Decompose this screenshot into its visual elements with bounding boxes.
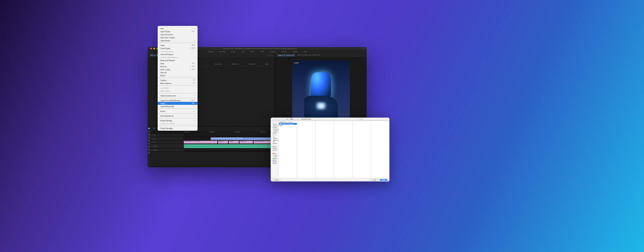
track-toggle[interactable] [152, 135, 153, 136]
import-button[interactable]: Import [380, 179, 387, 181]
ws-tab-none[interactable]: None [304, 51, 307, 52]
ws-tab-effects[interactable]: Effects [251, 51, 255, 52]
menu-item-get-properties-for[interactable]: Get Properties for▸ [158, 114, 198, 117]
track-toggle[interactable] [152, 141, 153, 143]
menu-item-close-production: Close Production [158, 50, 198, 53]
menu-item-label: Save [160, 62, 192, 65]
group-button[interactable]: ⊞ [297, 118, 299, 120]
menu-item-refresh-all-projects[interactable]: Refresh All Projects [158, 59, 198, 62]
folder-item[interactable]: Old› [279, 125, 297, 126]
search-input[interactable]: ⌕ Search [357, 118, 387, 120]
pen-tool-icon[interactable] [148, 143, 150, 144]
finder-column[interactable] [297, 121, 316, 178]
menu-item-new[interactable]: New▸ [158, 27, 198, 30]
forward-button[interactable]: › [282, 118, 284, 120]
sidebar-item-creative-cloud[interactable]: Creative Clou... [271, 132, 278, 135]
clip[interactable]: 168051_T... [218, 141, 228, 143]
chevron-right-icon: › [296, 122, 296, 123]
menu-item-capture[interactable]: Capture...F5 [158, 79, 198, 82]
sidebar-tag-gray[interactable]: Gray [271, 163, 278, 164]
tool-strip [148, 126, 150, 166]
col-media[interactable]: Media [265, 63, 269, 65]
menu-item-open-recent[interactable]: Open Recent▸ [158, 39, 198, 42]
finder-column[interactable]: Adobe Prem...o Previews› Fast & Furio...… [279, 121, 297, 178]
track-mute[interactable] [152, 150, 153, 151]
menu-item-save[interactable]: Save⌘ S [158, 62, 198, 65]
minimize-window-icon[interactable] [153, 48, 155, 49]
column-view-button[interactable]: ▥ [290, 118, 293, 120]
cancel-button[interactable]: Cancel [371, 179, 378, 181]
menu-item-save-a-copy[interactable]: Save a Copy...⌥ ⌘ S [158, 68, 198, 71]
slip-tool-icon[interactable] [148, 140, 150, 141]
video-preview[interactable]: Artlist [292, 60, 350, 123]
ws-tab-libraries[interactable]: Libraries [293, 51, 298, 52]
snap-icon[interactable]: ◨ [153, 127, 155, 129]
dialog-close-icon[interactable] [273, 119, 274, 120]
menu-item-export[interactable]: Export▸ [158, 110, 198, 113]
track-toggle[interactable] [152, 138, 153, 139]
menu-item-import-recent-file[interactable]: Import Recent File▸ [158, 105, 198, 108]
menu-item-save-all[interactable]: Save All [158, 71, 198, 74]
list-view-button[interactable]: ≡ [288, 118, 290, 120]
col-framerate[interactable]: Frame Rate [215, 63, 222, 65]
menu-item-label: Save a Copy... [160, 69, 189, 71]
icon-view-button[interactable]: ▦ [286, 118, 288, 120]
type-tool-icon[interactable] [148, 152, 150, 154]
back-button[interactable]: ‹ [278, 118, 281, 120]
sidebar-item-macintosh-hd[interactable]: Macintosh HD [271, 139, 278, 142]
ws-tab-editing[interactable]: Editing [231, 51, 235, 52]
menu-item-open-project[interactable]: Open Project...⌘ O [158, 30, 198, 33]
clip[interactable]: 168031_Cou... [239, 141, 253, 143]
menu-item-label: Capture... [160, 79, 193, 81]
menu-item-close-all-projects[interactable]: Close All Projects [158, 53, 198, 56]
options-button[interactable]: Options [273, 179, 281, 181]
clip[interactable]: 168051_T... [229, 141, 239, 143]
track-mute[interactable] [152, 145, 153, 147]
gallery-view-button[interactable]: ▭ [293, 118, 295, 120]
music-icon [273, 146, 274, 147]
close-window-icon[interactable] [150, 48, 152, 49]
ws-tab-graphics[interactable]: Graphics [270, 51, 275, 52]
audio-mixer-tab[interactable]: Audio Track Mixer: FF_Collection_FB [298, 54, 320, 56]
zoom-tool-icon[interactable] [148, 149, 150, 151]
razor-tool-icon[interactable] [148, 137, 150, 138]
menu-item-save-as[interactable]: Save As...⇧ ⌘ S [158, 65, 198, 68]
program-tab[interactable]: Program: FF_Collection_FB [278, 54, 294, 56]
menu-item-open-production[interactable]: Open Production... [158, 33, 198, 36]
track-select-tool-icon[interactable] [148, 131, 150, 132]
menu-item-import-from-media-browser[interactable]: Import from Media Browser⌥ ⌘ I [158, 99, 198, 102]
submenu-arrow-icon: ▸ [194, 110, 195, 112]
menu-item-batch-capture[interactable]: Batch Capture...F6 [158, 82, 198, 85]
menu-item-import[interactable]: Import...⌘ I [158, 102, 198, 105]
menu-item-adobe-dynamic-link[interactable]: Adobe Dynamic Link▸ [158, 94, 198, 97]
menu-item-open-team-project[interactable]: Open Team Project... [158, 36, 198, 39]
selection-tool-icon[interactable] [148, 128, 150, 129]
col-mediaend[interactable]: Media End [249, 63, 255, 65]
finder-column[interactable] [353, 121, 371, 178]
ws-tab-assembly[interactable]: Assembly [219, 51, 225, 52]
finder-column[interactable] [334, 121, 353, 178]
movies-icon [273, 150, 273, 151]
menu-item-revert[interactable]: Revert [158, 74, 198, 77]
menu-item-close-project[interactable]: Close Project⇧ ⌘ W [158, 47, 198, 50]
menu-item-close[interactable]: Close⌘ W [158, 44, 198, 47]
menu-item-close-all-other-projects: Close All Other Projects [158, 56, 198, 59]
finder-column[interactable] [316, 121, 334, 178]
ws-tab-learning[interactable]: Learning [208, 51, 213, 52]
ws-tab-color[interactable]: Color [241, 51, 245, 52]
dialog-minimize-icon [274, 119, 275, 120]
menu-item-project-settings[interactable]: Project Settings▸ [158, 119, 198, 122]
path-dropdown[interactable]: Premiere Projects ⌄ [300, 118, 320, 120]
col-mediastart[interactable]: Media Start [232, 63, 238, 65]
ws-tab-captions[interactable]: Captions [281, 51, 287, 52]
hand-tool-icon[interactable] [148, 146, 150, 148]
menu-item-label: Batch Capture... [160, 82, 193, 84]
ripple-tool-icon[interactable] [148, 134, 150, 135]
clip[interactable]: 166912_Police_Car_Late_Cop_So... [184, 141, 217, 143]
ws-tab-audio[interactable]: Audio [261, 51, 264, 52]
menu-separator [158, 126, 198, 126]
sidebar-item-macbook[interactable]: Or's MacBook... [271, 136, 278, 139]
share-icon[interactable]: ⇪ [363, 47, 364, 49]
finder-column[interactable] [371, 121, 389, 178]
menu-item-project-manager[interactable]: Project Manager... [158, 127, 198, 130]
